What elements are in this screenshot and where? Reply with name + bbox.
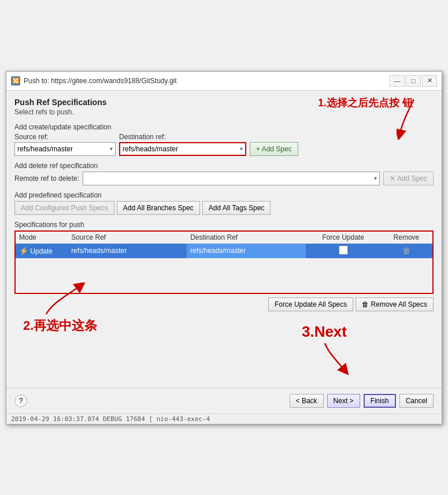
delete-ref-row: Remote ref to delete: ▾ ✕ Add Spec bbox=[14, 172, 434, 185]
dest-ref-group: Destination ref: refs/heads/master ▾ bbox=[119, 133, 246, 156]
app-icon: 🔀 bbox=[11, 76, 20, 85]
window-controls: — □ ✕ bbox=[390, 75, 437, 87]
create-update-label: Add create/update specification bbox=[14, 123, 434, 131]
predefined-buttons-row: Add Configured Push Specs Add All Branch… bbox=[14, 201, 434, 215]
finish-button[interactable]: Finish bbox=[364, 394, 396, 408]
source-ref-value: refs/heads/master bbox=[17, 145, 73, 153]
force-update-checkbox[interactable] bbox=[339, 245, 348, 255]
source-ref-arrow-icon: ▾ bbox=[110, 146, 113, 152]
window-title: Push to: https://gitee.com/wands9188/Git… bbox=[24, 77, 177, 85]
title-bar-left: 🔀 Push to: https://gitee.com/wands9188/G… bbox=[11, 76, 177, 85]
predefined-group: Add predefined specification Add Configu… bbox=[14, 191, 434, 215]
predefined-label: Add predefined specification bbox=[14, 191, 434, 199]
source-ref-select[interactable]: refs/heads/master ▾ bbox=[14, 142, 116, 156]
cell-icon-mode: ⚡ Update bbox=[16, 243, 68, 258]
cell-mode-text: Update bbox=[30, 247, 53, 255]
create-update-row: Source ref: refs/heads/master ▾ Destinat… bbox=[14, 133, 434, 156]
minimize-button[interactable]: — bbox=[390, 75, 405, 87]
arrow-2-icon bbox=[40, 282, 87, 317]
specs-table-head: Mode Source Ref Destination Ref Force Up… bbox=[16, 232, 432, 244]
dest-ref-arrow-icon: ▾ bbox=[240, 146, 243, 152]
table-row[interactable]: ⚡ Update refs/heads/master refs/heads/ma… bbox=[16, 243, 432, 258]
col-force-update: Force Update bbox=[306, 232, 380, 244]
dest-ref-value: refs/heads/master bbox=[123, 145, 178, 153]
maximize-button[interactable]: □ bbox=[406, 75, 421, 87]
remove-all-specs-button[interactable]: 🗑 Remove All Specs bbox=[356, 297, 434, 311]
col-mode: Mode bbox=[16, 232, 68, 244]
col-remove: Remove bbox=[380, 232, 432, 244]
dest-ref-select[interactable]: refs/heads/master ▾ bbox=[119, 142, 246, 156]
specs-for-push-label: Specifications for push bbox=[14, 221, 434, 229]
remote-ref-select[interactable]: ▾ bbox=[83, 172, 380, 185]
create-update-group: Add create/update specification Source r… bbox=[14, 123, 434, 156]
next-button[interactable]: Next > bbox=[327, 394, 360, 408]
cell-source-ref: refs/heads/master bbox=[68, 243, 187, 258]
add-configured-push-specs-button[interactable]: Add Configured Push Specs bbox=[14, 201, 114, 215]
col-dest-ref: Destination Ref bbox=[187, 232, 306, 244]
main-window: 🔀 Push to: https://gitee.com/wands9188/G… bbox=[6, 71, 442, 425]
arrow-1-icon bbox=[397, 94, 431, 142]
bottom-bar: ? < Back Next > Finish Cancel bbox=[6, 388, 442, 414]
title-bar: 🔀 Push to: https://gitee.com/wands9188/G… bbox=[6, 72, 442, 91]
remote-ref-arrow-icon: ▾ bbox=[374, 175, 377, 181]
dest-ref-label: Destination ref: bbox=[119, 133, 246, 141]
bottom-buttons: < Back Next > Finish Cancel bbox=[290, 394, 434, 408]
annotation-step2-container: 2.再选中这条 bbox=[23, 317, 97, 334]
source-ref-group: Source ref: refs/heads/master ▾ bbox=[14, 133, 116, 156]
annotation-step3-container: 3.Next bbox=[302, 323, 347, 341]
add-spec-btn-container: + Add Spec bbox=[250, 142, 298, 156]
annotation-area: 2.再选中这条 3.Next bbox=[14, 311, 434, 381]
cell-dest-ref: refs/heads/master bbox=[187, 243, 306, 258]
annotation-step2: 2.再选中这条 bbox=[23, 317, 97, 334]
force-update-all-specs-button[interactable]: Force Update All Specs bbox=[268, 297, 353, 311]
add-create-spec-button[interactable]: + Add Spec bbox=[250, 142, 298, 156]
back-button[interactable]: < Back bbox=[290, 394, 324, 408]
cancel-button[interactable]: Cancel bbox=[399, 394, 434, 408]
annotation-step3: 3.Next bbox=[302, 323, 347, 341]
add-delete-spec-button[interactable]: ✕ Add Spec bbox=[383, 172, 434, 185]
status-bar: 2019-04-29 16:03:37.074 DEBUG 17684 [ ni… bbox=[6, 414, 442, 424]
delete-ref-label: Add delete ref specification bbox=[14, 162, 434, 170]
dialog-content: 1.选择之后先点按 钮 Push Ref Specifications Sele… bbox=[6, 91, 442, 388]
close-button[interactable]: ✕ bbox=[422, 75, 437, 87]
cell-force-update bbox=[306, 243, 380, 258]
row-mode-icon: ⚡ bbox=[19, 247, 28, 255]
col-source-ref: Source Ref bbox=[68, 232, 187, 244]
specs-table-header-row: Mode Source Ref Destination Ref Force Up… bbox=[16, 232, 432, 244]
help-button[interactable]: ? bbox=[14, 394, 27, 407]
add-all-tags-spec-button[interactable]: Add All Tags Spec bbox=[202, 201, 271, 215]
cell-remove: 🗑 bbox=[380, 243, 432, 258]
delete-ref-group: Add delete ref specification Remote ref … bbox=[14, 162, 434, 185]
remote-ref-label: Remote ref to delete: bbox=[14, 174, 79, 183]
add-all-branches-spec-button[interactable]: Add All Branches Spec bbox=[117, 201, 200, 215]
arrow-3-icon bbox=[313, 343, 360, 375]
source-ref-label: Source ref: bbox=[14, 133, 116, 141]
status-bar-text: 2019-04-29 16:03:37.074 DEBUG 17684 [ ni… bbox=[11, 415, 210, 423]
remove-row-icon[interactable]: 🗑 bbox=[402, 246, 410, 255]
